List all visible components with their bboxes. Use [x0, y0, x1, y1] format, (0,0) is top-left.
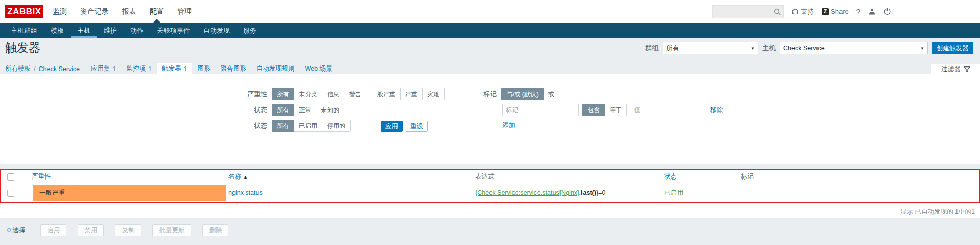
tag-match-equals[interactable]: 等于 [604, 104, 627, 116]
state-option-normal[interactable]: 正常 [294, 104, 316, 116]
top-menu-inventory[interactable]: 资产记录 [74, 0, 115, 23]
subnav-host-groups[interactable]: 主机群组 [4, 23, 44, 38]
subnav-maintenance[interactable]: 维护 [97, 23, 124, 38]
state-filter-label: 状态 [231, 104, 267, 116]
disable-button[interactable]: 禁用 [78, 224, 104, 236]
state-option-all[interactable]: 所有 [272, 104, 294, 116]
subnav-services[interactable]: 服务 [237, 23, 263, 38]
tag-match-contains[interactable]: 包含 [582, 104, 605, 116]
severity-filter: 所有 未分类 信息 警告 一般严重 严重 灾难 [272, 88, 445, 100]
tab-applications[interactable]: 应用集 1 [86, 63, 121, 74]
top-menu-reports[interactable]: 报表 [115, 0, 143, 23]
filter-toggle-tab[interactable]: 过滤器 [931, 64, 980, 74]
tab-web-scenarios[interactable]: Web 场景 [299, 63, 337, 74]
severity-option-information[interactable]: 信息 [322, 88, 344, 100]
host-select[interactable]: Check Service ▼ [780, 42, 928, 54]
tags-operator-andor[interactable]: 与/或 (默认) [501, 88, 544, 100]
top-menu-configuration[interactable]: 配置 [143, 0, 171, 23]
header-divider [4, 58, 976, 58]
reset-button[interactable]: 重设 [406, 121, 428, 132]
tab-discovery-rules[interactable]: 自动发现规则 [251, 63, 299, 74]
help-link[interactable]: ? [856, 7, 860, 16]
triggers-table: 严重性 名称▲ 表达式 状态 标记 一般严重 nginx status [1, 170, 979, 202]
tag-remove-link[interactable]: 移除 [710, 104, 723, 116]
top-menu-monitoring[interactable]: 监测 [46, 0, 74, 23]
group-label: 群组 [645, 43, 659, 53]
top-bar: ZABBIX 监测 资产记录 报表 配置 管理 支持 [0, 0, 980, 23]
create-trigger-button[interactable]: 创建触发器 [932, 42, 973, 54]
tag-name-input[interactable] [502, 104, 579, 116]
mass-update-button[interactable]: 批量更新 [152, 224, 191, 236]
tab-triggers[interactable]: 触发器 1 [157, 63, 192, 74]
support-link[interactable]: 支持 [791, 7, 814, 16]
status-enabled-link[interactable]: 已启用 [664, 189, 684, 196]
selected-count: 0 选择 [7, 226, 25, 235]
group-select[interactable]: 所有 ▼ [663, 42, 758, 54]
severity-option-high[interactable]: 严重 [400, 88, 423, 100]
row-checkbox[interactable] [7, 190, 14, 197]
top-menu-configuration-label: 配置 [150, 7, 164, 16]
status-filter-label: 状态 [231, 120, 267, 132]
subnav-event-correlation[interactable]: 关联项事件 [150, 23, 197, 38]
subnav-hosts[interactable]: 主机 [71, 23, 97, 38]
tab-items-count: 1 [148, 65, 152, 73]
share-label: Share [831, 8, 849, 15]
top-menu-administration[interactable]: 管理 [171, 0, 198, 23]
filter-tab-label: 过滤器 [941, 65, 961, 74]
top-right-cluster: 支持 Z Share ? [712, 0, 891, 23]
tags-operator-or[interactable]: 或 [543, 88, 559, 100]
tag-add-row: 添加 [502, 119, 515, 131]
severity-option-not-classified[interactable]: 未分类 [294, 88, 322, 100]
tab-graphs[interactable]: 图形 [192, 63, 215, 74]
severity-option-disaster[interactable]: 灾难 [422, 88, 445, 100]
user-profile-button[interactable] [868, 8, 876, 15]
state-filter: 所有 正常 未知的 [272, 104, 344, 116]
severity-option-warning[interactable]: 警告 [344, 88, 366, 100]
apply-button[interactable]: 应用 [381, 121, 403, 132]
host-select-value: Check Service [783, 44, 825, 52]
tab-items[interactable]: 监控项 1 [122, 63, 157, 74]
expression-item-link[interactable]: {Check Service:service.status[Nginx] [475, 189, 579, 196]
help-icon: ? [856, 7, 860, 16]
display-count-text: 显示 已自动发现的 1中的1 [0, 203, 980, 216]
search-icon[interactable] [774, 8, 783, 15]
tags-operator-filter: 与/或 (默认) 或 [501, 88, 559, 100]
tag-value-input[interactable] [631, 104, 706, 116]
search-input[interactable] [713, 6, 774, 17]
zabbix-triggers-page: ZABBIX 监测 资产记录 报表 配置 管理 支持 [0, 0, 980, 245]
delete-button[interactable]: 删除 [202, 224, 228, 236]
subnav-actions[interactable]: 动作 [124, 23, 150, 38]
breadcrumb-host[interactable]: Check Service [38, 65, 80, 73]
state-option-unknown[interactable]: 未知的 [316, 104, 344, 116]
subnav-discovery[interactable]: 自动发现 [197, 23, 237, 38]
tab-screens[interactable]: 聚合图形 [215, 63, 251, 74]
trigger-name-link[interactable]: nginx status [228, 189, 263, 196]
subnav-templates[interactable]: 模板 [44, 23, 71, 38]
status-option-all[interactable]: 所有 [272, 120, 294, 132]
tag-add-link[interactable]: 添加 [502, 119, 515, 131]
column-header-expression: 表达式 [475, 173, 495, 180]
tag-match-filter: 包含 等于 [582, 104, 627, 116]
column-header-status[interactable]: 状态 [664, 173, 677, 180]
column-header-severity[interactable]: 严重性 [32, 173, 51, 180]
status-option-disabled[interactable]: 停用的 [322, 120, 351, 132]
breadcrumb-all-templates[interactable]: 所有模板 [5, 64, 31, 73]
active-menu-arrow-icon [153, 19, 161, 23]
breadcrumb-separator: / [34, 65, 35, 73]
status-filter-row: 状态 所有 已启用 停用的 [231, 120, 351, 132]
logout-button[interactable] [883, 8, 891, 15]
zabbix-logo[interactable]: ZABBIX [5, 5, 43, 18]
header-controls: 群组 所有 ▼ 主机 Check Service ▼ 创建触发器 [645, 42, 973, 54]
severity-option-average[interactable]: 一般严重 [366, 88, 401, 100]
config-subnav: 主机群组 模板 主机 维护 动作 关联项事件 自动发现 服务 [0, 23, 980, 38]
column-header-name[interactable]: 名称 [228, 173, 241, 180]
severity-option-all[interactable]: 所有 [272, 88, 294, 100]
copy-button[interactable]: 复制 [115, 224, 141, 236]
select-all-checkbox[interactable] [7, 173, 14, 181]
expression-rest: }=0 [596, 189, 605, 196]
enable-button[interactable]: 启用 [40, 224, 66, 236]
share-link[interactable]: Z Share [822, 8, 849, 15]
zabbix-share-icon: Z [822, 8, 829, 15]
status-option-enabled[interactable]: 已启用 [294, 120, 322, 132]
state-filter-row: 状态 所有 正常 未知的 [231, 104, 344, 116]
